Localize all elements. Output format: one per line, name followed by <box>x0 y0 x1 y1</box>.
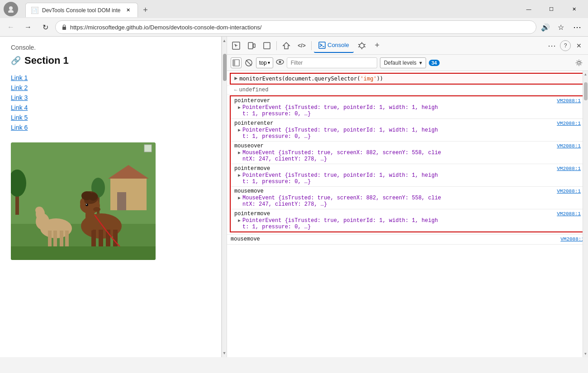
levels-arrow-icon: ▾ <box>419 60 422 66</box>
minimize-button[interactable]: — <box>518 2 539 16</box>
link-3[interactable]: Link 3 <box>11 94 28 101</box>
event-detail-3: ► MouseEvent {isTrusted: true, screenX: … <box>234 150 581 162</box>
close-button[interactable]: ✕ <box>564 2 584 16</box>
inspect-element-button[interactable] <box>229 38 243 53</box>
scroll-track <box>222 45 227 349</box>
expand-arrow-icon-3[interactable]: ► <box>238 151 241 156</box>
device-toolbar-button[interactable] <box>244 38 259 53</box>
scroll-down-arrow[interactable]: ▼ <box>223 349 227 357</box>
event-source-link[interactable]: VM2088:1 <box>557 98 581 104</box>
expand-arrow-icon-2[interactable]: ► <box>238 128 241 133</box>
code-string: 'img' <box>360 76 377 82</box>
svg-rect-39 <box>248 42 253 49</box>
event-entry-pointermove-1: pointermove VM2088:1 ► PointerEvent {isT… <box>231 164 584 187</box>
read-aloud-button[interactable]: 🔊 <box>539 21 552 33</box>
scroll-thumb <box>223 54 227 81</box>
bug-icon-button[interactable] <box>355 38 369 53</box>
back-button[interactable]: ← <box>4 20 18 34</box>
svg-point-33 <box>85 203 88 206</box>
svg-point-58 <box>578 61 580 64</box>
sidebar-toggle-button[interactable] <box>231 57 242 68</box>
console-tab[interactable]: Console <box>314 38 354 53</box>
tab-close-button[interactable]: ✕ <box>124 6 132 14</box>
event-log-container: pointerover VM2088:1 ► PointerEvent {isT… <box>230 95 585 232</box>
refresh-button[interactable]: ↻ <box>38 20 52 34</box>
link-2[interactable]: Link 2 <box>11 84 28 91</box>
profile-icon[interactable] <box>4 2 18 16</box>
console-label: Console. <box>11 44 210 51</box>
event-props-3: MouseEvent {isTrusted: true, screenX: 88… <box>242 150 441 162</box>
svg-line-55 <box>246 60 251 66</box>
event-source-link-7[interactable]: VM2088:1 <box>560 236 584 242</box>
log-levels-dropdown[interactable]: Default levels ▾ <box>380 57 426 68</box>
left-panel-scrollbar[interactable]: ▲ ▼ <box>222 37 227 357</box>
svg-rect-4 <box>62 27 66 30</box>
svg-point-0 <box>9 6 13 10</box>
event-source-link-3[interactable]: VM2088:1 <box>557 143 581 149</box>
undefined-text: undefined <box>239 87 269 93</box>
console-scroll-up[interactable]: ▲ <box>583 71 588 78</box>
event-source-link-4[interactable]: VM2088:1 <box>557 166 581 171</box>
live-expressions-button[interactable] <box>276 58 284 67</box>
link-5[interactable]: Link 5 <box>11 114 28 121</box>
url-bar[interactable]: https://microsoftedge.github.io/Demos/de… <box>55 20 536 34</box>
console-tab-label: Console <box>327 42 349 48</box>
event-source-link-2[interactable]: VM2088:1 <box>557 121 581 126</box>
event-name-pointerover: pointerover <box>234 98 270 104</box>
event-name-mousemove-2: mousemove <box>231 236 260 242</box>
event-source-link-6[interactable]: VM2088:1 <box>557 211 581 217</box>
webpage-content: Console. 🔗 Section 1 Link 1 Link 2 Link … <box>0 37 222 357</box>
list-item: Link 5 <box>11 113 210 122</box>
scroll-up-arrow[interactable]: ▲ <box>223 37 227 45</box>
event-source-link-5[interactable]: VM2088:1 <box>557 189 581 194</box>
help-button[interactable]: ? <box>560 40 571 51</box>
main-area: Console. 🔗 Section 1 Link 1 Link 2 Link … <box>0 37 588 357</box>
console-settings-button[interactable] <box>574 57 584 68</box>
context-label: top <box>259 60 267 66</box>
console-scroll-down[interactable]: ▼ <box>583 350 588 357</box>
link-1[interactable]: Link 1 <box>11 74 28 81</box>
link-4[interactable]: Link 4 <box>11 104 28 111</box>
expand-arrow-icon-5[interactable]: ► <box>238 196 241 201</box>
url-text: https://microsoftedge.github.io/Demos/de… <box>70 24 531 31</box>
event-name-pointerenter: pointerenter <box>234 120 273 127</box>
main-tab[interactable]: 📄 DevTools Console tool DOM inte ✕ <box>25 3 138 17</box>
elements-button[interactable] <box>260 38 274 53</box>
expand-arrow-icon-4[interactable]: ► <box>238 173 241 178</box>
event-props-2: PointerEvent {isTrusted: true, pointerId… <box>242 127 438 140</box>
console-scrollbar[interactable]: ▲ ▼ <box>583 71 588 357</box>
undefined-entry: ← undefined <box>227 86 588 94</box>
event-props-text: PointerEvent {isTrusted: true, pointerId… <box>242 104 438 117</box>
console-filter-input[interactable] <box>287 57 377 68</box>
svg-point-35 <box>93 207 100 212</box>
forward-button[interactable]: → <box>21 20 35 34</box>
add-tool-button[interactable]: + <box>370 38 384 53</box>
console-scroll-track <box>583 78 588 346</box>
event-props-4: PointerEvent {isTrusted: true, pointerId… <box>242 172 438 185</box>
close-devtools-button[interactable]: ✕ <box>572 38 586 53</box>
maximize-button[interactable]: ☐ <box>541 2 562 16</box>
source-button[interactable]: </> <box>294 38 309 53</box>
svg-rect-53 <box>233 60 235 66</box>
context-selector[interactable]: top ▾ <box>256 57 273 68</box>
expand-arrow-icon[interactable]: ► <box>238 105 241 110</box>
console-toolbar: top ▾ Default levels ▾ 34 <box>227 55 588 71</box>
event-name-pointermove-2: pointermove <box>234 211 270 217</box>
lock-icon <box>61 24 67 30</box>
expand-arrow-icon-6[interactable]: ► <box>238 218 241 223</box>
new-tab-button[interactable]: + <box>138 3 152 17</box>
svg-text:📄: 📄 <box>32 8 38 14</box>
console-output[interactable]: ► monitorEvents(document.querySelector('… <box>227 71 588 357</box>
link-6[interactable]: Link 6 <box>11 124 28 131</box>
clear-console-button[interactable] <box>244 58 253 67</box>
browser-menu-button[interactable]: ⋯ <box>570 20 584 34</box>
event-detail-4: ► PointerEvent {isTrusted: true, pointer… <box>234 172 581 185</box>
list-item: Link 4 <box>11 104 210 112</box>
home-button[interactable] <box>279 38 294 53</box>
svg-point-21 <box>35 207 43 214</box>
console-command-line: ► monitorEvents(document.querySelector('… <box>230 73 585 85</box>
svg-rect-37 <box>144 145 152 152</box>
favorites-button[interactable]: ☆ <box>555 21 567 33</box>
svg-rect-7 <box>110 179 147 210</box>
more-tools-button[interactable]: ⋯ <box>545 38 559 53</box>
